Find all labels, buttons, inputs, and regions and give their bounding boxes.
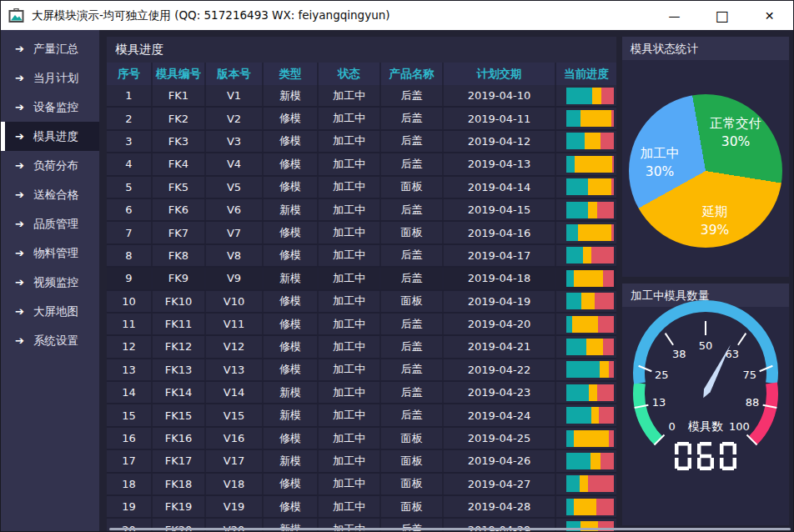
table-cell: FK2	[153, 108, 206, 128]
sidebar-item-label: 模具进度	[33, 129, 78, 144]
close-button[interactable]: ✕	[746, 1, 793, 30]
table-cell: 19	[107, 496, 153, 517]
table-row[interactable]: 8FK8V8修模加工中后盖2019-04-17	[107, 245, 616, 268]
progress-doing	[574, 499, 596, 515]
digit-segment	[720, 444, 724, 454]
table-cell: 2019-04-10	[444, 85, 556, 106]
table-cell: V8	[206, 245, 264, 266]
sidebar-item[interactable]: ➔当月计划	[1, 63, 99, 93]
progress-doing	[588, 178, 612, 195]
table-cell: V4	[206, 153, 264, 174]
column-header: 计划交期	[444, 63, 556, 85]
digit-segment	[700, 467, 711, 471]
progress-delay	[603, 270, 614, 287]
table-cell: 修模	[264, 177, 319, 198]
maximize-button[interactable]: □	[698, 1, 746, 30]
table-row[interactable]: 10FK10V10修模加工中面板2019-04-19	[107, 291, 616, 314]
sidebar-item[interactable]: ➔系统设置	[1, 326, 99, 355]
table-row[interactable]: 16FK16V16修模加工中面板2019-04-25	[107, 428, 616, 450]
progress-bar	[566, 316, 614, 333]
sidebar-item-label: 产量汇总	[33, 42, 78, 57]
sidebar-item[interactable]: ➔物料管理	[1, 238, 99, 268]
table-cell: FK11	[153, 314, 206, 334]
sidebar-item[interactable]: ➔品质管理	[1, 209, 99, 238]
sidebar-item[interactable]: ➔视频监控	[1, 268, 99, 297]
table-cell: FK5	[153, 177, 206, 198]
progress-delay	[609, 361, 614, 378]
table-cell: FK1	[153, 85, 206, 106]
table-cell: 11	[107, 314, 153, 334]
sidebar-item-label: 设备监控	[33, 100, 78, 115]
table-row[interactable]: 17FK17V17新模加工中面板2019-04-26	[107, 450, 616, 473]
table-row[interactable]: 5FK5V5修模加工中面板2019-04-14	[107, 177, 616, 199]
table-cell: FK10	[153, 291, 206, 312]
progress-doing	[572, 316, 598, 333]
gauge-tick	[738, 334, 746, 345]
table-row[interactable]: 9FK9V9新模加工中后盖2019-04-18	[107, 268, 616, 290]
table-row[interactable]: 1FK1V1新模加工中后盖2019-04-10	[107, 85, 616, 108]
table-row[interactable]: 3FK3V3修模加工中后盖2019-04-12	[107, 131, 616, 153]
sidebar-item-label: 物料管理	[33, 246, 78, 261]
table-row[interactable]: 7FK7V7修模加工中面板2019-04-16	[107, 222, 616, 244]
table-cell: 9	[107, 268, 153, 289]
table-cell: 面板	[381, 428, 444, 449]
gauge-tick-label: 100	[729, 420, 750, 433]
table-cell: FK8	[153, 245, 206, 266]
sidebar-item[interactable]: ➔设备监控	[1, 93, 99, 122]
table-cell: 新模	[264, 85, 319, 106]
sidebar-item[interactable]: ➔送检合格	[1, 180, 99, 209]
progress-bar	[566, 133, 614, 149]
sidebar-item[interactable]: ➔模具进度	[1, 122, 99, 151]
table-cell: 2019-04-12	[444, 131, 556, 152]
table-cell: V17	[206, 450, 264, 471]
table-cell: 修模	[264, 336, 319, 357]
progress-delay	[599, 407, 614, 424]
table-cell: V7	[206, 222, 264, 243]
table-cell: 加工中	[319, 131, 381, 152]
column-header: 类型	[264, 63, 319, 85]
table-cell: 2019-04-28	[444, 496, 556, 517]
mold-count-panel: 加工中模具数量 013253850637588100模具数	[622, 284, 789, 525]
sidebar-item[interactable]: ➔负荷分布	[1, 151, 99, 180]
table-row[interactable]: 4FK4V4修模加工中后盖2019-04-13	[107, 153, 616, 176]
progress-cell	[556, 382, 616, 403]
table-cell: 修模	[264, 314, 319, 334]
minimize-button[interactable]: —	[651, 1, 698, 30]
table-cell: 3	[107, 131, 153, 152]
progress-done	[566, 339, 586, 355]
table-cell: FK9	[153, 268, 206, 289]
progress-bar	[566, 430, 614, 447]
table-row[interactable]: 18FK18V18修模加工中面板2019-04-27	[107, 474, 616, 496]
table-cell: 后盖	[381, 85, 444, 106]
progress-cell	[556, 359, 616, 380]
app-body: ➔产量汇总➔当月计划➔设备监控➔模具进度➔负荷分布➔送检合格➔品质管理➔物料管理…	[1, 30, 793, 531]
table-row[interactable]: 11FK11V11修模加工中后盖2019-04-20	[107, 314, 616, 336]
digit-segment	[722, 467, 734, 471]
table-row[interactable]: 15FK15V15新模加工中后盖2019-04-24	[107, 404, 616, 427]
table-row[interactable]: 19FK19V19修模加工中面板2019-04-28	[107, 496, 616, 519]
progress-delay	[601, 88, 614, 104]
app-icon	[8, 8, 25, 23]
sidebar-item[interactable]: ➔产量汇总	[1, 34, 99, 63]
table-row[interactable]: 13FK13V13修模加工中后盖2019-04-22	[107, 359, 616, 382]
table-cell: FK7	[153, 222, 206, 243]
table-cell: FK4	[153, 153, 206, 174]
sidebar-item-label: 品质管理	[33, 217, 78, 232]
sidebar-item[interactable]: ➔大屏地图	[1, 297, 99, 326]
table-cell: 后盖	[381, 153, 444, 174]
table-row[interactable]: 6FK6V6新模加工中后盖2019-04-15	[107, 199, 616, 222]
table-cell: 2019-04-15	[444, 199, 556, 220]
table-row[interactable]: 14FK14V14新模加工中后盖2019-04-23	[107, 382, 616, 404]
table-cell: FK6	[153, 199, 206, 220]
progress-cell	[556, 245, 616, 266]
gauge-zone-arc	[753, 383, 772, 440]
table-cell: 2	[107, 108, 153, 128]
progress-done	[566, 110, 580, 127]
table-cell: 加工中	[319, 474, 381, 494]
table-cell: 1	[107, 85, 153, 106]
table-row[interactable]: 12FK12V12修模加工中后盖2019-04-21	[107, 336, 616, 359]
table-cell: 7	[107, 222, 153, 243]
table-row[interactable]: 2FK2V2修模加工中后盖2019-04-11	[107, 108, 616, 130]
bottom-scrollbar[interactable]	[109, 528, 791, 530]
table-cell: V10	[206, 291, 264, 312]
